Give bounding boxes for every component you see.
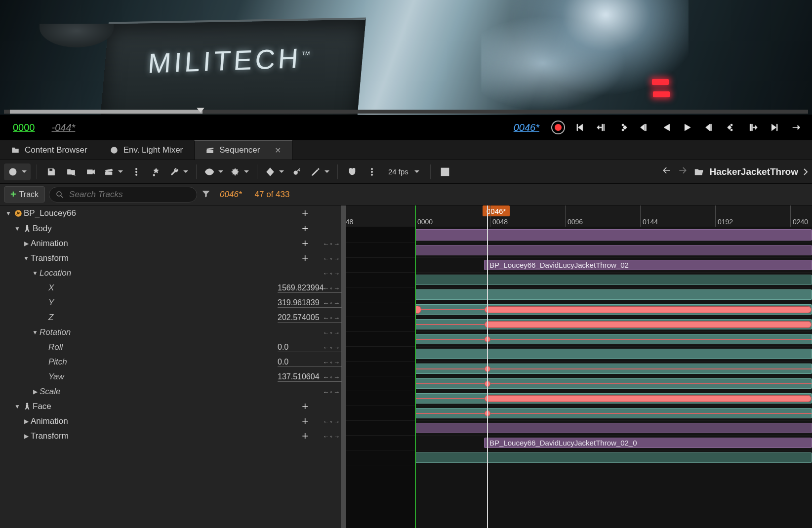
add-key[interactable]: ◦: [330, 240, 332, 247]
outliner-face-transform[interactable]: ▶ Transform + ←◦→: [0, 429, 346, 444]
prev-key[interactable]: ←: [323, 344, 329, 351]
step-back-key-button[interactable]: [615, 120, 630, 135]
nav-back-button[interactable]: [662, 165, 672, 178]
play-reverse-button[interactable]: [659, 120, 674, 135]
clip-y[interactable]: [415, 319, 812, 329]
loop-goto-button[interactable]: [789, 120, 804, 135]
add-key[interactable]: ◦: [330, 329, 332, 336]
next-key[interactable]: →: [333, 240, 340, 247]
clapboard-overflow[interactable]: [128, 163, 145, 180]
step-forward-key-button[interactable]: [724, 120, 739, 135]
clip-yaw[interactable]: [415, 393, 812, 404]
record-button[interactable]: [551, 121, 565, 134]
expand-toggle[interactable]: ▼: [31, 270, 40, 277]
view-dropdown[interactable]: [203, 163, 225, 180]
step-back-frame-button[interactable]: [637, 120, 652, 135]
tab-content-browser[interactable]: Content Browser: [0, 140, 99, 160]
expand-toggle[interactable]: ▼: [13, 225, 22, 232]
prev-key[interactable]: ←: [323, 240, 329, 247]
add-key[interactable]: ◦: [330, 418, 332, 425]
outliner-loc-y[interactable]: Y 319.961839 ←◦→: [0, 295, 346, 310]
add-key[interactable]: ◦: [330, 388, 332, 396]
viewport[interactable]: MILITECH™ BP_Loucey66_DavidLucyJacketThr…: [0, 0, 812, 140]
add-subtrack-button[interactable]: +: [302, 252, 308, 265]
add-subtrack-button[interactable]: +: [302, 207, 308, 220]
go-to-end-button[interactable]: [768, 120, 782, 135]
expand-toggle[interactable]: ▶: [22, 418, 31, 425]
keyframe-range[interactable]: [485, 306, 812, 313]
actions-button[interactable]: [148, 163, 164, 180]
tab-sequencer[interactable]: Sequencer ✕: [194, 140, 292, 160]
breadcrumb[interactable]: HackerJacketThrow: [693, 166, 808, 177]
render-button[interactable]: [82, 163, 99, 180]
clip-roll[interactable]: [415, 364, 812, 374]
keyframe[interactable]: [415, 306, 421, 314]
search-tracks-wrap[interactable]: [49, 187, 197, 203]
snap-overflow[interactable]: [364, 163, 380, 180]
search-input[interactable]: [68, 189, 191, 200]
add-subtrack-button[interactable]: +: [302, 237, 308, 250]
add-key[interactable]: ◦: [330, 359, 332, 366]
outliner[interactable]: ▼ BP_Loucey66 + ▼ Body + ▶ Animation + ←…: [0, 205, 346, 528]
add-subtrack-button[interactable]: +: [302, 430, 308, 443]
outliner-location[interactable]: ▼ Location ← ◦ →: [0, 266, 346, 281]
frame-start[interactable]: 0000: [8, 121, 40, 134]
status-frame[interactable]: 0046*: [215, 190, 242, 200]
next-key[interactable]: →: [333, 344, 340, 351]
outliner-loc-x[interactable]: X 1569.823994 ←◦→: [0, 281, 346, 295]
close-icon[interactable]: ✕: [275, 146, 281, 155]
expand-toggle[interactable]: ▼: [22, 255, 31, 262]
prev-key[interactable]: ←: [323, 299, 329, 307]
next-key[interactable]: →: [333, 388, 340, 396]
add-key[interactable]: ◦: [330, 433, 332, 440]
expand-toggle[interactable]: ▶: [31, 388, 40, 395]
outliner-rot-pitch[interactable]: Pitch 0.0 ←◦→: [0, 355, 346, 369]
tab-env-light-mixer[interactable]: Env. Light Mixer: [99, 140, 195, 160]
add-key[interactable]: ◦: [330, 284, 332, 292]
add-track-button[interactable]: + Track: [4, 186, 45, 203]
go-to-start-button[interactable]: [572, 120, 587, 135]
clip-face[interactable]: [415, 423, 812, 433]
prev-key[interactable]: ←: [323, 418, 329, 425]
prev-key[interactable]: ←: [323, 373, 329, 381]
clip-body[interactable]: [415, 245, 812, 255]
keyframe-range[interactable]: [485, 321, 812, 328]
add-key[interactable]: ◦: [330, 344, 332, 351]
add-key[interactable]: ◦: [330, 314, 332, 322]
frame-current[interactable]: 0046*: [509, 121, 544, 134]
clip-z[interactable]: [415, 334, 812, 344]
playhead-line[interactable]: [487, 205, 488, 528]
add-key[interactable]: ◦: [330, 373, 332, 381]
snap-toggle[interactable]: [344, 163, 361, 180]
add-key[interactable]: ◦: [330, 255, 332, 262]
clip-body-anim[interactable]: BP_Loucey66_DavidLucyJacketThrow_02: [484, 260, 812, 270]
outliner-body-animation[interactable]: ▶ Animation + ← ◦ →: [0, 236, 346, 251]
add-key[interactable]: ◦: [330, 270, 332, 277]
expand-toggle[interactable]: ▼: [13, 403, 22, 410]
outliner-rot-roll[interactable]: Roll 0.0 ←◦→: [0, 340, 346, 355]
add-subtrack-button[interactable]: +: [302, 222, 308, 235]
prev-key[interactable]: ←: [323, 359, 329, 366]
clip-face-anim[interactable]: BP_Loucey66_DavidLucyJacketThrow_02_0: [484, 438, 812, 448]
add-key-button[interactable]: [289, 163, 306, 180]
prev-key[interactable]: ←: [323, 388, 329, 396]
outliner-body-transform[interactable]: ▼ Transform + ← ◦ →: [0, 251, 346, 266]
keyframe-range[interactable]: [485, 395, 812, 402]
next-key[interactable]: →: [333, 299, 340, 307]
curve-editor-button[interactable]: [437, 163, 453, 180]
filter-button[interactable]: [201, 189, 211, 200]
outliner-body-row[interactable]: ▼ Body +: [0, 221, 346, 236]
next-key[interactable]: →: [333, 359, 340, 366]
clip-pitch[interactable]: [415, 378, 812, 389]
prev-key[interactable]: ←: [323, 433, 329, 440]
expand-toggle[interactable]: ▶: [22, 240, 31, 247]
add-subtrack-button[interactable]: +: [302, 415, 308, 428]
next-key[interactable]: →: [333, 284, 340, 292]
add-key[interactable]: ◦: [330, 299, 332, 307]
prev-key[interactable]: ←: [323, 255, 329, 262]
expand-toggle[interactable]: ▼: [4, 210, 13, 217]
expand-toggle[interactable]: ▼: [31, 329, 40, 336]
clip-location[interactable]: [415, 289, 812, 300]
save-button[interactable]: [43, 163, 60, 180]
next-key[interactable]: →: [333, 329, 340, 336]
